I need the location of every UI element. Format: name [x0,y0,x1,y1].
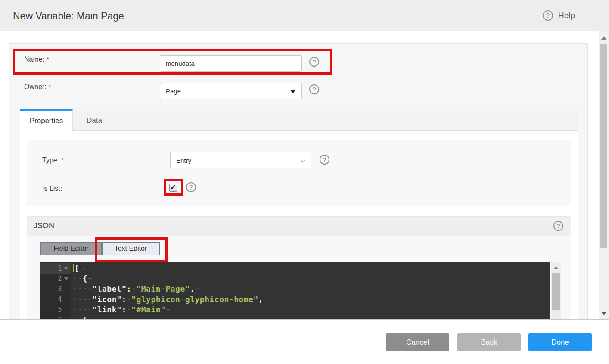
required-asterisk: * [47,56,49,63]
text-editor-label: Text Editor [115,245,147,252]
done-button-label: Done [551,338,569,347]
page-scroll-down-icon[interactable] [601,312,606,315]
editor-scrollbar-thumb[interactable] [552,273,560,310]
cancel-button-label: Cancel [406,338,429,347]
form-panel: Name:* ? Owner:* Page ? Properties Data [9,43,588,320]
page-scroll-up-icon[interactable] [601,36,606,40]
editor-scroll-up-icon[interactable] [553,266,559,269]
back-button-label: Back [481,338,497,347]
tab-data[interactable]: Data [73,111,116,131]
chevron-down-icon [300,157,306,163]
done-button[interactable]: Done [528,333,592,351]
required-asterisk: * [61,156,64,164]
editor-gutter-line-number[interactable]: 3 [40,284,71,294]
owner-select-value: Page [166,87,181,95]
tab-properties[interactable]: Properties [20,109,73,131]
json-group-box: JSON ? Field Editor Text Editor 1[¬2··{¬… [27,216,571,320]
editor-gutter-line-number[interactable]: 6 [40,315,71,320]
page-scrollbar-thumb[interactable] [600,44,607,248]
text-editor-button[interactable]: Text Editor [102,242,160,255]
name-input[interactable] [160,55,302,72]
editor-code-area[interactable]: 1[¬2··{¬3····"label":·"Main·Page",¬4····… [40,262,550,320]
editor-cursor [73,264,74,272]
checkmark-icon: ✔ [170,183,176,192]
editor-line[interactable]: 5····"link":·"#Main"¬ [40,305,550,315]
editor-scrollbar[interactable] [551,262,561,320]
editor-gutter-line-number[interactable]: 4 [40,294,71,305]
dialog-footer: Cancel Back Done [0,320,609,364]
is-list-help-icon[interactable]: ? [186,182,196,192]
page-scrollbar[interactable] [599,31,609,320]
editor-code-line[interactable]: ····"link":·"#Main"¬ [71,305,171,315]
json-section-title: JSON [34,221,54,230]
fold-arrow-icon[interactable] [64,277,68,280]
scroll-viewport: Name:* ? Owner:* Page ? Properties Data [0,31,609,320]
help-label[interactable]: Help [558,11,575,20]
editor-code-line[interactable]: ····"icon":·"glyphicon·glyphicon-home",¬ [71,294,268,305]
type-select-value: Entry [176,157,191,164]
editor-rows: 1[¬2··{¬3····"label":·"Main·Page",¬4····… [40,263,550,320]
editor-line[interactable]: 6··} [40,315,550,320]
required-asterisk: * [49,83,51,90]
editor-gutter-line-number[interactable]: 2 [40,274,71,284]
dropdown-arrow-icon [290,90,295,93]
editor-code-line[interactable]: ····"label":·"Main·Page",¬ [71,284,200,294]
editor-code-line[interactable]: ··{¬ [71,274,92,284]
editor-line[interactable]: 3····"label":·"Main·Page",¬ [40,284,550,294]
editor-gutter-line-number[interactable]: 1 [40,263,71,274]
name-label-text: Name: [24,56,44,63]
cancel-button[interactable]: Cancel [386,333,449,351]
json-code-editor: 1[¬2··{¬3····"label":·"Main·Page",¬4····… [40,262,561,320]
back-button[interactable]: Back [457,333,521,351]
type-label-text: Type: [42,156,59,164]
editor-code-line[interactable]: ··} [71,315,87,320]
tab-properties-label: Properties [30,117,63,125]
is-list-checkbox[interactable]: ✔ [169,184,177,192]
editor-line[interactable]: 4····"icon":·"glyphicon·glyphicon-home",… [40,294,550,305]
owner-select[interactable]: Page [160,83,302,99]
json-help-icon[interactable]: ? [553,221,563,231]
name-label: Name:* [24,56,49,63]
type-help-icon[interactable]: ? [320,155,329,165]
dialog-header: New Variable: Main Page ? Help [0,0,609,31]
type-select[interactable]: Entry [170,152,311,168]
editor-code-line[interactable]: [¬ [71,263,84,274]
help-link[interactable]: ? Help [543,10,575,21]
owner-label-text: Owner: [24,83,47,90]
editor-gutter-line-number[interactable]: 5 [40,305,71,315]
tab-data-label: Data [87,116,102,125]
editor-line[interactable]: 2··{¬ [40,274,550,284]
is-list-label: Is List: [42,185,62,193]
name-help-icon[interactable]: ? [309,57,319,67]
field-editor-label: Field Editor [54,245,89,252]
type-group-box: Type:* Entry ? Is List: ✔ ? [27,140,571,206]
page-title: New Variable: Main Page [13,10,124,22]
editor-line[interactable]: 1[¬ [40,263,550,274]
new-variable-dialog: New Variable: Main Page ? Help Name:* ? … [0,0,609,364]
json-section-header: JSON ? [27,217,571,236]
type-label: Type:* [42,156,64,164]
properties-tab-content: Type:* Entry ? Is List: ✔ ? JSON [20,131,578,320]
fold-arrow-icon[interactable] [64,267,68,270]
field-editor-button[interactable]: Field Editor [40,242,102,255]
owner-label: Owner:* [24,83,51,91]
help-question-icon[interactable]: ? [543,10,553,21]
owner-help-icon[interactable]: ? [309,84,319,94]
